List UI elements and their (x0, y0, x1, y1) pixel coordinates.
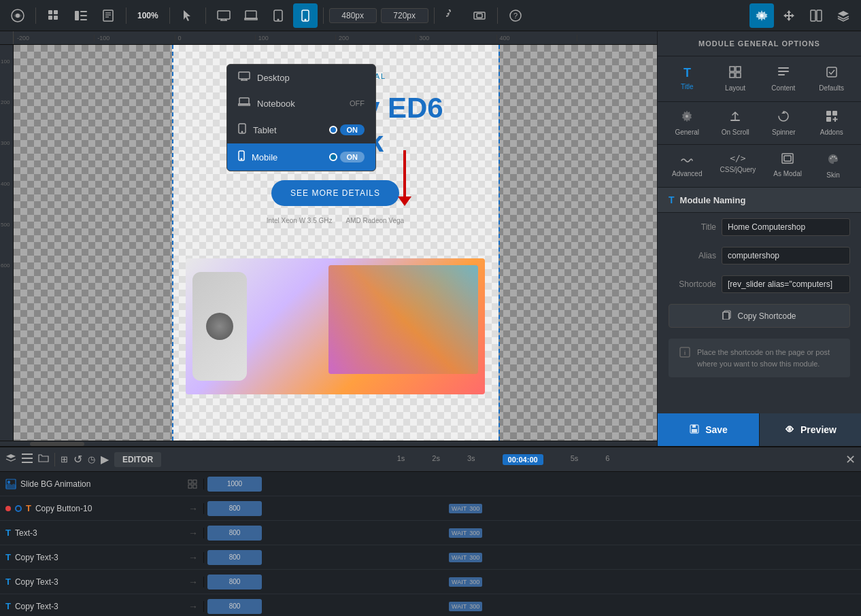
tl-row-copy-button: T Copy Button-10 → 800 WAIT300 (0, 496, 861, 521)
tab-addons[interactable]: Addons (814, 107, 849, 139)
svg-rect-48 (730, 120, 740, 121)
svg-rect-43 (778, 67, 789, 69)
tl-sep1 (54, 453, 55, 466)
scrollbar-thumb[interactable] (30, 442, 84, 446)
svg-rect-42 (736, 73, 741, 78)
copy-text3-2-arrow[interactable]: → (188, 577, 198, 587)
tab-title[interactable]: T Title (669, 63, 705, 95)
tl-clock-icon[interactable]: ◷ (88, 454, 95, 464)
svg-rect-39 (730, 67, 735, 71)
undo-icon[interactable] (440, 3, 465, 28)
advanced-tab-label: Advanced (672, 170, 702, 177)
width-input[interactable]: 480px (329, 8, 377, 23)
tl-6s: 6 (605, 454, 609, 465)
text3-arrow[interactable]: → (188, 528, 198, 538)
svg-rect-3 (54, 10, 58, 14)
mobile-toolbar-icon[interactable] (293, 3, 318, 28)
content-tab-label: Content (771, 84, 795, 92)
save-button[interactable]: Save (658, 413, 759, 446)
sep3 (169, 7, 170, 24)
sidebar-toggle-icon[interactable] (69, 3, 93, 28)
tablet-toolbar-icon[interactable] (266, 3, 290, 28)
settings-icon[interactable] (749, 3, 774, 28)
advanced-tab-icon (681, 153, 693, 167)
tl-refresh-icon[interactable]: ↺ (73, 453, 82, 466)
wordpress-icon[interactable] (5, 3, 30, 28)
shortcode-field-label: Shortcode (669, 279, 716, 289)
tab-as-modal[interactable]: As Modal (769, 150, 806, 182)
horizontal-scrollbar[interactable] (0, 441, 657, 446)
tab-spinner[interactable]: Spinner (766, 107, 801, 139)
tab-content[interactable]: Content (766, 63, 801, 95)
skin-tab-icon (827, 153, 839, 169)
tl-bar-slide-bg[interactable]: 1000 (207, 477, 262, 492)
svg-rect-70 (22, 458, 33, 459)
title-field-row: Title (658, 213, 861, 241)
shortcode-field-input[interactable] (722, 275, 850, 293)
tab-on-scroll[interactable]: On Scroll (718, 107, 754, 139)
copy-text3-2-type-icon: T (5, 577, 11, 587)
layers-icon[interactable] (831, 3, 856, 28)
tl-grid-icon[interactable]: ⊞ (61, 454, 68, 464)
canvas-background[interactable]: — Monthly Special The mighty ED6 is back… (14, 45, 657, 441)
height-input[interactable]: 720px (381, 8, 428, 23)
tab-defaults[interactable]: Defaults (814, 63, 849, 95)
page-icon[interactable] (96, 3, 120, 28)
tl-play-icon[interactable]: ▶ (101, 453, 109, 466)
copy-button-visibility (15, 505, 22, 512)
notebook-toolbar-icon[interactable] (239, 3, 263, 28)
notebook-toggle-off: OFF (350, 99, 365, 107)
tl-bar-copy-text3-3[interactable]: 800 (207, 599, 262, 614)
tl-bar-copy-text3-1[interactable]: 800 (207, 550, 262, 565)
device-item-notebook[interactable]: Notebook OFF (227, 90, 375, 116)
see-more-button[interactable]: SEE MORE DETAILS (271, 180, 399, 206)
module-naming-section-header: T Module Naming (658, 188, 861, 213)
tab-general[interactable]: General (669, 107, 705, 139)
desktop-toolbar-icon[interactable] (212, 3, 236, 28)
title-field-input[interactable] (722, 218, 850, 236)
tl-list-icon[interactable] (22, 454, 33, 465)
tab-layout[interactable]: Layout (718, 63, 753, 95)
tl-bar-copy-button[interactable]: 800 (207, 501, 262, 516)
svg-rect-10 (103, 10, 113, 21)
tl-layers-icon[interactable] (5, 454, 16, 465)
device-dropdown: Desktop Notebook OFF Tablet (226, 64, 376, 171)
svg-text:?: ? (513, 12, 518, 20)
tl-row-copy-text3-2: T Copy Text-3 → 800 WAIT300 (0, 570, 861, 594)
copy-shortcode-button[interactable]: Copy Shortcode (669, 304, 850, 328)
text3-name: Text-3 (15, 528, 184, 538)
alias-field-input[interactable] (722, 247, 850, 264)
responsive-icon[interactable] (467, 3, 492, 28)
tl-row-text3: T Text-3 → 800 WAIT300 (0, 521, 861, 545)
tl-bar-copy-text3-2[interactable]: 800 (207, 575, 262, 589)
pointer-icon[interactable] (175, 3, 200, 28)
tl-bar-text3[interactable]: 800 (207, 526, 262, 541)
general-tab-icon (681, 110, 693, 126)
device-item-tablet[interactable]: Tablet ON (227, 116, 375, 143)
tl-folder-icon[interactable] (38, 454, 49, 465)
grid-icon[interactable] (41, 3, 66, 28)
help-icon[interactable]: ? (503, 3, 528, 28)
move-icon[interactable] (777, 3, 801, 28)
copy-text3-1-arrow[interactable]: → (188, 552, 198, 563)
svg-rect-44 (778, 71, 789, 72)
columns-icon[interactable] (804, 3, 828, 28)
device-item-desktop[interactable]: Desktop (227, 65, 375, 90)
tab-advanced[interactable]: Advanced (668, 150, 706, 182)
panel-tabs-row3: Advanced </> CSS/jQuery As Modal Skin (658, 145, 861, 188)
device-item-mobile[interactable]: Mobile ON (227, 143, 375, 171)
svg-rect-30 (239, 72, 250, 79)
defaults-tab-icon (826, 66, 838, 82)
tl-editor-button[interactable]: EDITOR (114, 452, 161, 467)
copy-text3-3-arrow[interactable]: → (188, 601, 198, 612)
tab-skin[interactable]: Skin (815, 150, 851, 182)
defaults-tab-label: Defaults (819, 84, 844, 92)
copy-button-arrow[interactable]: → (188, 503, 198, 514)
svg-rect-9 (80, 19, 87, 20)
preview-button[interactable]: Preview (759, 413, 861, 446)
copy-button-type-icon: T (26, 503, 31, 513)
svg-rect-28 (811, 10, 815, 21)
tab-css-jquery[interactable]: </> CSS/jQuery (715, 150, 760, 182)
slide-bg-expand[interactable] (187, 479, 198, 490)
tl-close-icon[interactable]: ✕ (845, 452, 856, 467)
